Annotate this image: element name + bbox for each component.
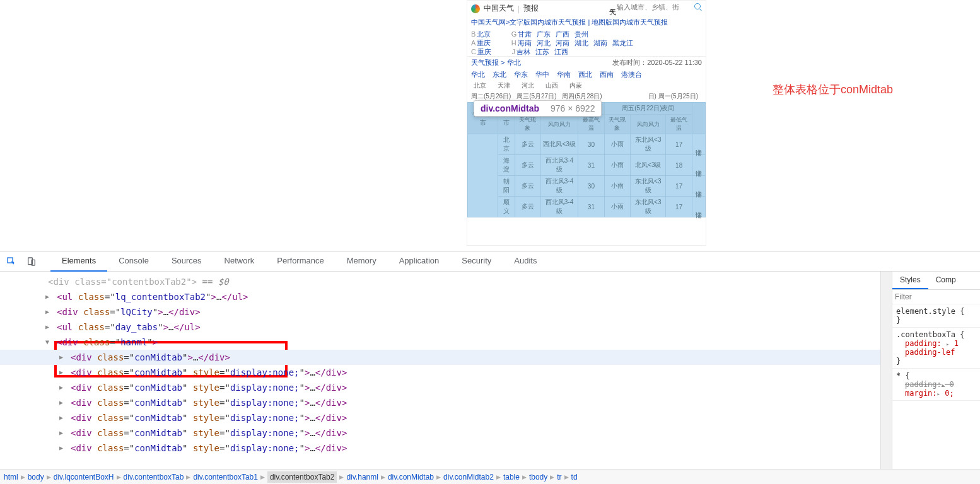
breadcrumb-item[interactable]: div.lqcontentBoxH (54, 473, 114, 481)
dom-node[interactable]: ▼<div class="hanml"> (0, 335, 880, 350)
devtools-panel: ElementsConsoleSourcesNetworkPerformance… (0, 251, 980, 484)
chevron-right-icon: > (501, 59, 505, 66)
breadcrumb-item[interactable]: div.contentboxTab (124, 473, 184, 481)
styles-filter (892, 290, 980, 304)
table-row: 海淀多云西北风3-4级31小雨北风<3级18详情 (468, 155, 706, 176)
tooltip-dimensions: 976 × 6922 (551, 103, 595, 113)
element-tooltip: div.conMidtab 976 × 6922 (474, 100, 602, 117)
expand-icon[interactable]: ▶ (59, 366, 63, 379)
devtools-tab-console[interactable]: Console (107, 251, 160, 272)
expand-icon[interactable]: ▶ (45, 305, 49, 319)
expand-icon[interactable]: ▶ (59, 350, 63, 364)
logo-icon (471, 4, 480, 13)
breadcrumb-item[interactable]: div.conMidtab (388, 473, 434, 481)
region-tab[interactable]: 港澳台 (621, 71, 642, 78)
breadcrumb-link2[interactable]: 地图版国内城市天气预报 (592, 18, 668, 26)
breadcrumb-item[interactable]: div.hanml (346, 473, 378, 481)
forecast-label[interactable]: 天气预报 (471, 59, 499, 66)
dom-node[interactable]: ▶<div class="conMidtab" style="display:n… (0, 410, 880, 425)
page-breadcrumb: 中国天气网>文字版国内城市天气预报 | 地图版国内城市天气预报 (467, 16, 706, 28)
forecast-head: 天气预报 > 华北 发布时间：2020-05-22 11:30 (467, 56, 706, 69)
forecast-region[interactable]: 华北 (507, 59, 521, 66)
province-grid: B北京 G甘肃广东广西贵州 A重庆 H海南河北河南湖北湖南黑龙江 C重庆 J吉林… (467, 28, 706, 56)
city-tab[interactable]: 内蒙 (569, 82, 582, 89)
dom-node[interactable]: ▶<ul class="day_tabs">…</ul> (0, 320, 880, 335)
devtools-body: <div class="contentboxTab2"> == $0 ▶<ul … (0, 272, 980, 469)
day-tab[interactable]: 周二(5月26日) (471, 93, 511, 100)
weather-table: 省/直辖市 城市 周五(5月22日)白天 周五(5月22日)夜间 天气现象 风向… (467, 102, 706, 217)
breadcrumb-item[interactable]: table (503, 473, 520, 481)
city-tab[interactable]: 北京 (474, 82, 486, 89)
devtools-tab-application[interactable]: Application (388, 251, 451, 272)
day-tab[interactable]: 周三(5月27日) (516, 93, 556, 100)
city-tabs: 北京天津河北山西内蒙 (467, 81, 706, 91)
dom-node[interactable]: ▶<div class="conMidtab" style="display:n… (0, 425, 880, 441)
dom-node[interactable]: ▶<div class="lQCity">…</div> (0, 304, 880, 320)
inspect-icon[interactable] (4, 254, 19, 269)
expand-icon[interactable]: ▼ (45, 335, 49, 349)
region-tab[interactable]: 东北 (493, 71, 506, 78)
page-preview: 中国天气 | 预报 天气 中国天气网>文字版国内城市天气预报 | 地图版国内城市… (467, 0, 706, 246)
dom-node[interactable]: ▶<div class="conMidtab" style="display:n… (0, 380, 880, 395)
style-rule[interactable]: .contentboxTa { padding: ▸ 1 padding-lef… (892, 328, 980, 369)
devtools-tab-performance[interactable]: Performance (265, 251, 335, 272)
table-row: 朝阳多云西北风3-4级30小雨东北风<3级17详情 (468, 176, 706, 197)
breadcrumb-item[interactable]: td (571, 473, 578, 481)
day-tab-right[interactable]: 日) 周一(5月25日) (648, 92, 698, 101)
breadcrumb-item[interactable]: div.conMidtab2 (443, 473, 494, 481)
breadcrumb-site[interactable]: 中国天气网 (471, 18, 506, 26)
search-icon[interactable] (694, 3, 701, 9)
breadcrumb-item[interactable]: body (28, 473, 44, 481)
devtools-tab-sources[interactable]: Sources (160, 251, 213, 272)
style-rule[interactable]: * { padding:▸ 0 margin:▸ 0; (892, 369, 980, 401)
dom-node[interactable]: ▶<div class="conMidtab" style="display:n… (0, 441, 880, 456)
devtools-tab-security[interactable]: Security (450, 251, 503, 272)
breadcrumb-item[interactable]: div.contentboxTab1 (193, 473, 258, 481)
table-row: 北京多云西北风<3级30小雨东北风<3级17详情 (468, 134, 706, 155)
device-toggle-icon[interactable] (24, 254, 39, 269)
dom-node[interactable]: ▶<div class="conMidtab">…</div> (0, 350, 880, 365)
expand-icon[interactable]: ▶ (59, 426, 63, 440)
region-tab[interactable]: 西南 (600, 71, 614, 78)
expand-icon[interactable]: ▶ (45, 320, 49, 334)
region-tab[interactable]: 华东 (514, 71, 528, 78)
devtools-tab-audits[interactable]: Audits (503, 251, 548, 272)
style-rule[interactable]: element.style {} (892, 304, 980, 328)
city-tab[interactable]: 河北 (522, 82, 534, 89)
elements-panel[interactable]: <div class="contentboxTab2"> == $0 ▶<ul … (0, 272, 880, 469)
divider: | (518, 4, 520, 13)
devtools-tab-elements[interactable]: Elements (50, 251, 107, 272)
breadcrumb-item[interactable]: tr (557, 473, 561, 481)
publish-time: 发布时间：2020-05-22 11:30 (612, 58, 702, 67)
dom-node[interactable]: ▶<ul class="lq_contentboxTab2">…</ul> (0, 289, 880, 304)
devtools-breadcrumb: html▶body▶div.lqcontentBoxH▶div.contentb… (0, 469, 980, 484)
styles-panel: Styles Comp element.style {} .contentbox… (892, 272, 980, 469)
region-tab[interactable]: 西北 (578, 71, 592, 78)
search-input[interactable] (617, 3, 692, 11)
region-tab[interactable]: 华北 (471, 71, 485, 78)
dom-node[interactable]: ▶<div class="conMidtab" style="display:n… (0, 365, 880, 380)
breadcrumb-item[interactable]: div.contentboxTab2 (267, 471, 337, 483)
devtools-tab-memory[interactable]: Memory (335, 251, 388, 272)
expand-icon[interactable]: ▶ (59, 381, 63, 395)
table-row: 顺义多云西北风3-4级31小雨东北风<3级17详情 (468, 197, 706, 217)
expand-icon[interactable]: ▶ (59, 396, 63, 410)
dom-node[interactable]: ▶<div class="conMidtab" style="display:n… (0, 395, 880, 410)
day-tab[interactable]: 周四(5月28日) (562, 93, 602, 100)
region-tab[interactable]: 华南 (557, 71, 571, 78)
expand-icon[interactable]: ▶ (45, 290, 49, 304)
city-tab[interactable]: 天津 (498, 82, 510, 89)
computed-tab[interactable]: Comp (928, 272, 964, 289)
brand-text: 中国天气 (484, 3, 514, 14)
devtools-tab-network[interactable]: Network (213, 251, 266, 272)
styles-tab[interactable]: Styles (892, 272, 928, 289)
breadcrumb-item[interactable]: html (4, 473, 18, 481)
region-tab[interactable]: 华中 (535, 71, 549, 78)
expand-icon[interactable]: ▶ (59, 411, 63, 425)
city-tab[interactable]: 山西 (545, 82, 558, 89)
expand-icon[interactable]: ▶ (59, 441, 63, 455)
breadcrumb-link1[interactable]: 文字版国内城市天气预报 (510, 18, 586, 26)
breadcrumb-item[interactable]: tbody (529, 473, 547, 481)
scrollbar[interactable] (880, 272, 892, 469)
filter-input[interactable] (895, 292, 977, 301)
